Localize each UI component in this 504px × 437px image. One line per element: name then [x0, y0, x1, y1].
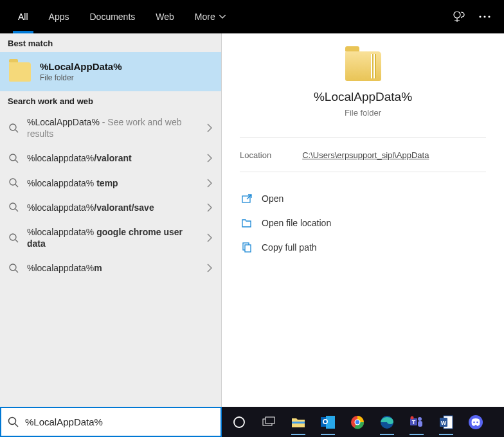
location-link[interactable]: C:\Users\erpsupport_sipl\AppData: [302, 150, 429, 160]
svg-point-28: [324, 420, 327, 422]
search-web-header: Search work and web: [0, 91, 221, 110]
best-match-text: %LocalAppData% File folder: [40, 61, 122, 82]
suggestion-text: %localappdata% temp: [27, 177, 199, 189]
taskbar-discord[interactable]: [462, 409, 489, 435]
chevron-right-icon[interactable]: [207, 203, 212, 212]
suggestion-item[interactable]: %localappdata% google chrome user data: [0, 220, 221, 256]
taskbar-teams[interactable]: T: [403, 409, 430, 435]
chevron-right-icon[interactable]: [207, 263, 212, 272]
topbar-right: [453, 10, 496, 23]
svg-line-11: [15, 209, 18, 211]
chevron-down-icon: [219, 15, 226, 19]
svg-text:T: T: [412, 418, 416, 425]
svg-point-6: [10, 154, 16, 161]
svg-line-13: [15, 240, 18, 242]
taskbar: T W: [222, 407, 504, 437]
more-options-icon[interactable]: [478, 10, 491, 23]
svg-point-2: [483, 15, 485, 17]
suggestion-item[interactable]: %LocalAppData% - See work and web result…: [0, 110, 221, 146]
suggestion-item[interactable]: %localappdata%/valorant/save: [0, 195, 221, 220]
preview-title: %LocalAppData%: [314, 90, 412, 104]
svg-rect-24: [292, 422, 305, 424]
search-icon: [9, 154, 19, 163]
taskbar-chrome[interactable]: [344, 409, 371, 435]
suggestion-text: %localappdata%/valorant: [27, 152, 199, 164]
copy-icon: [241, 242, 253, 253]
svg-point-19: [9, 418, 16, 425]
svg-point-14: [10, 264, 16, 271]
suggestion-item[interactable]: %localappdata% temp: [0, 171, 221, 195]
taskbar-outlook[interactable]: [314, 409, 341, 435]
svg-point-35: [418, 417, 422, 421]
location-label: Location: [240, 150, 271, 160]
bottom-bar: T W: [0, 407, 504, 437]
feedback-icon[interactable]: [453, 10, 465, 23]
taskbar-cortana[interactable]: [226, 409, 253, 435]
tab-documents[interactable]: Documents: [79, 0, 145, 33]
svg-point-31: [356, 420, 359, 424]
svg-line-20: [15, 424, 18, 427]
svg-line-5: [15, 130, 18, 132]
action-open-location[interactable]: Open file location: [240, 212, 486, 234]
tab-more[interactable]: More: [184, 0, 236, 33]
tab-web[interactable]: Web: [145, 0, 184, 33]
suggestion-text: %localappdata%m: [27, 262, 199, 274]
svg-point-43: [476, 421, 478, 423]
preview-header: %LocalAppData% File folder: [240, 51, 486, 137]
taskbar-edge[interactable]: [374, 409, 401, 435]
svg-text:W: W: [441, 419, 447, 425]
suggestion-item[interactable]: %localappdata%m: [0, 256, 221, 280]
best-match-subtitle: File folder: [40, 73, 122, 82]
svg-point-37: [411, 416, 414, 419]
action-open[interactable]: Open: [240, 188, 486, 210]
chevron-right-icon[interactable]: [207, 233, 212, 242]
preview-subtitle: File folder: [345, 108, 381, 118]
preview-panel: %LocalAppData% File folder Location C:\U…: [222, 33, 504, 407]
tab-more-label: More: [195, 12, 215, 22]
main-content: Best match %LocalAppData% File folder Se…: [0, 33, 504, 407]
chevron-right-icon[interactable]: [207, 154, 212, 163]
search-icon: [9, 178, 19, 188]
open-icon: [241, 193, 253, 204]
search-icon: [9, 123, 19, 133]
svg-rect-18: [245, 245, 251, 252]
suggestion-item[interactable]: %localappdata%/valorant: [0, 146, 221, 170]
svg-point-1: [479, 15, 481, 17]
divider: [240, 137, 486, 138]
chevron-right-icon[interactable]: [207, 123, 212, 132]
best-match-header: Best match: [0, 33, 221, 52]
taskbar-explorer[interactable]: [285, 409, 312, 435]
best-match-result[interactable]: %LocalAppData% File folder: [0, 52, 221, 91]
search-icon: [9, 202, 19, 212]
svg-point-4: [10, 124, 16, 130]
taskbar-taskview[interactable]: [255, 409, 282, 435]
svg-line-7: [15, 160, 18, 163]
tab-apps[interactable]: Apps: [39, 0, 80, 33]
svg-rect-36: [418, 421, 422, 427]
divider: [240, 172, 486, 172]
svg-point-3: [488, 15, 490, 17]
action-copy-path[interactable]: Copy full path: [240, 236, 486, 258]
search-input[interactable]: [25, 416, 214, 427]
tab-all[interactable]: All: [8, 0, 39, 33]
action-open-location-label: Open file location: [262, 218, 331, 228]
svg-point-42: [473, 421, 475, 423]
actions-list: Open Open file location Copy full path: [240, 188, 486, 258]
suggestion-text: %LocalAppData% - See work and web result…: [27, 116, 199, 139]
search-category-bar: All Apps Documents Web More: [0, 0, 504, 33]
best-match-title: %LocalAppData%: [40, 61, 122, 72]
action-copy-path-label: Copy full path: [262, 242, 317, 253]
search-box[interactable]: [0, 407, 222, 437]
svg-point-12: [10, 234, 16, 240]
category-tabs: All Apps Documents Web More: [8, 0, 236, 33]
results-panel: Best match %LocalAppData% File folder Se…: [0, 33, 222, 407]
search-icon: [9, 263, 19, 273]
svg-point-8: [10, 179, 16, 185]
chevron-right-icon[interactable]: [207, 179, 212, 188]
action-open-label: Open: [262, 193, 284, 204]
taskbar-word[interactable]: W: [433, 409, 460, 435]
svg-line-9: [15, 184, 18, 187]
search-icon: [9, 233, 19, 243]
location-row: Location C:\Users\erpsupport_sipl\AppDat…: [240, 148, 486, 172]
svg-line-15: [15, 270, 18, 272]
